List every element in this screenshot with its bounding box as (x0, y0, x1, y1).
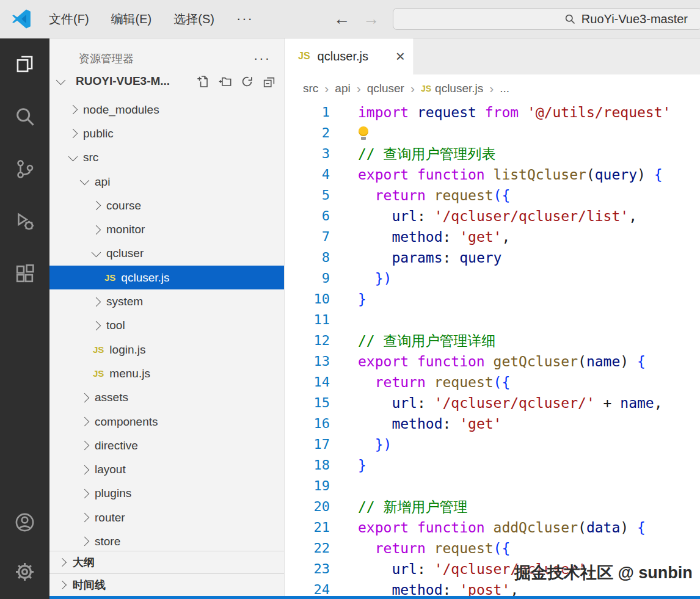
tree-item[interactable]: layout (49, 457, 284, 481)
tree-item[interactable]: course (49, 194, 284, 217)
source-control-icon[interactable] (13, 158, 36, 180)
run-debug-icon[interactable] (13, 210, 36, 233)
new-file-icon[interactable] (197, 75, 210, 88)
tree-item[interactable]: public (49, 122, 284, 145)
code-line[interactable]: 17 }) (285, 434, 700, 455)
tree-item[interactable]: system (49, 289, 284, 313)
line-content: // 新增用户管理 (330, 496, 468, 517)
tree-item-label: directive (95, 439, 138, 452)
tree-item-label: node_modules (83, 103, 159, 117)
tree-item[interactable]: api (49, 170, 284, 194)
breadcrumb-item[interactable]: qcluser (367, 82, 404, 95)
explorer-actions (197, 75, 275, 88)
code-line[interactable]: 22 return request({ (285, 538, 700, 559)
code-line[interactable]: 16 method: 'get' (285, 413, 700, 434)
tree-item[interactable]: assets (49, 386, 284, 410)
tree-item[interactable]: node_modules (49, 98, 284, 122)
titlebar: 文件(F) 编辑(E) 选择(S) ··· ← → RuoYi-Vue3-mas… (0, 0, 700, 38)
command-center-search[interactable]: RuoYi-Vue3-master (393, 8, 700, 30)
tree-chevron-icon (80, 537, 90, 546)
code-line[interactable]: 5 return request({ (285, 185, 700, 206)
code-line[interactable]: 11 (285, 310, 700, 330)
nav-back-button[interactable]: ← (334, 9, 350, 29)
js-file-icon: JS (93, 344, 104, 355)
code-line[interactable]: 7 method: 'get', (285, 227, 700, 247)
code-line[interactable]: 2 (285, 123, 700, 143)
tree-item[interactable]: store (49, 529, 284, 550)
lightbulb-icon[interactable] (358, 126, 369, 140)
line-content: import request from '@/utils/request' (330, 102, 671, 123)
line-number: 4 (285, 164, 330, 185)
tree-item[interactable]: monitor (49, 217, 284, 241)
tree-item[interactable]: qcluser (49, 242, 284, 266)
code-line[interactable]: 13 export function getQcluser(name) { (285, 351, 700, 372)
code-line[interactable]: 21 export function addQcluser(data) { (285, 517, 700, 538)
collapse-all-icon[interactable] (263, 75, 275, 88)
breadcrumb-item[interactable]: api (335, 82, 350, 95)
activity-bar-bottom (13, 511, 36, 599)
js-file-icon: JS (421, 84, 431, 93)
tree-item[interactable]: plugins (49, 482, 284, 506)
account-icon[interactable] (13, 511, 36, 534)
tab-qcluser-js[interactable]: JS qcluser.js × (285, 38, 414, 74)
code-line[interactable]: 8 params: query (285, 247, 700, 268)
line-number: 17 (285, 434, 330, 455)
tree-item[interactable]: JS menu.js (49, 361, 284, 385)
code-line[interactable]: 12 // 查询用户管理详细 (285, 330, 700, 351)
code-area: 1 import request from '@/utils/request' … (285, 102, 700, 599)
code-line[interactable]: 6 url: '/qcluser/qcluser/list', (285, 206, 700, 227)
code-line[interactable]: 3 // 查询用户管理列表 (285, 143, 700, 164)
tree-item-label: assets (95, 391, 128, 404)
explorer-icon[interactable] (13, 53, 36, 75)
code-line[interactable]: 15 url: '/qcluser/qcluser/' + name, (285, 393, 700, 413)
line-content: params: query (330, 247, 501, 268)
close-icon[interactable]: × (396, 50, 405, 62)
line-number: 7 (285, 227, 330, 247)
tree-item[interactable]: router (49, 506, 284, 529)
nav-forward-button[interactable]: → (363, 9, 379, 29)
tree-item[interactable]: tool (49, 314, 284, 338)
code-line[interactable]: 18 } (285, 455, 700, 476)
sidebar-more-button[interactable]: ··· (253, 51, 271, 67)
sidebar-panel[interactable]: 时间线 (49, 573, 284, 596)
main-area: 资源管理器 ··· RUOYI-VUE3-M... (0, 38, 700, 599)
menu-more-button[interactable]: ··· (236, 11, 253, 27)
code-line[interactable]: 1 import request from '@/utils/request' (285, 102, 700, 123)
code-line[interactable]: 19 (285, 476, 700, 496)
menu-edit[interactable]: 编辑(E) (111, 11, 152, 27)
extensions-icon[interactable] (13, 263, 36, 285)
sidebar-panel[interactable]: 大纲 (49, 551, 284, 573)
new-folder-icon[interactable] (219, 75, 232, 88)
search-icon[interactable] (13, 105, 36, 128)
tree-chevron-icon (80, 465, 90, 474)
chevron-down-icon (56, 75, 66, 85)
breadcrumb-item[interactable]: src (303, 82, 318, 95)
settings-gear-icon[interactable] (13, 561, 36, 583)
tree-item[interactable]: JS qcluser.js (49, 266, 284, 289)
code-line[interactable]: 20 // 新增用户管理 (285, 496, 700, 517)
tree-item[interactable]: components (49, 410, 284, 434)
editor-group: JS qcluser.js × src › api › qcluser › JS… (285, 38, 700, 599)
menu-selection[interactable]: 选择(S) (173, 11, 214, 27)
code-line[interactable]: 14 return request({ (285, 372, 700, 393)
tab-bar: JS qcluser.js × (285, 38, 700, 74)
line-number: 16 (285, 413, 330, 434)
menu-file[interactable]: 文件(F) (49, 11, 89, 27)
code-line[interactable]: 9 }) (285, 268, 700, 289)
tree-item[interactable]: JS login.js (49, 338, 284, 361)
tree-chevron-icon (80, 176, 90, 186)
line-content: export function getQcluser(name) { (330, 351, 646, 372)
code-line[interactable]: 10 } (285, 289, 700, 310)
tree-chevron-icon (92, 225, 101, 234)
tree-chevron-icon (92, 201, 101, 211)
project-header[interactable]: RUOYI-VUE3-M... (49, 70, 284, 93)
tree-chevron-icon (92, 297, 101, 307)
tree-item[interactable]: src (49, 146, 284, 170)
tab-label: qcluser.js (318, 49, 368, 64)
breadcrumb-item[interactable]: JS qcluser.js (421, 82, 483, 95)
refresh-icon[interactable] (241, 75, 253, 88)
tree-item[interactable]: directive (49, 434, 284, 457)
tree-item-label: system (106, 295, 143, 308)
code-line[interactable]: 4 export function listQcluser(query) { (285, 164, 700, 185)
breadcrumb-item[interactable]: ... (500, 82, 509, 95)
